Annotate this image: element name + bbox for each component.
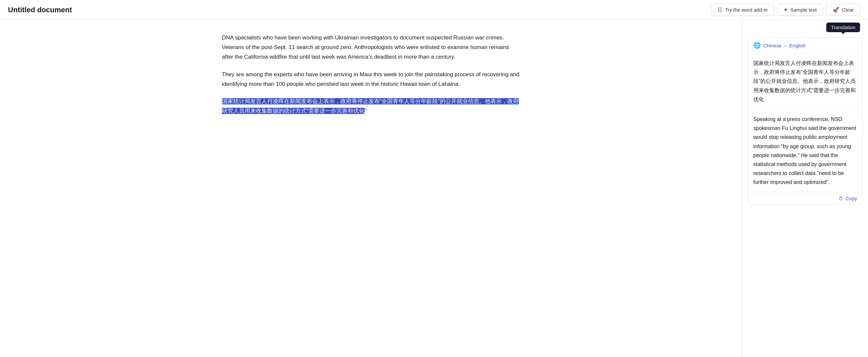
- translation-tooltip: Translation: [826, 23, 860, 32]
- editor-area[interactable]: DNA specialists who have been working wi…: [0, 20, 742, 357]
- highlighted-chinese-text: 国家统计局发言人付凌晖在新闻发布会上表示，政府将停止发布“全国青年人等分年龄段”…: [222, 98, 519, 114]
- header-actions: ☷ Try the word add-in ✦ Sample text 🚀 Cl…: [711, 4, 860, 16]
- word-icon: ☷: [717, 7, 722, 13]
- tooltip-row: Translation: [742, 20, 868, 32]
- clear-button[interactable]: 🚀 Clear: [826, 4, 860, 16]
- translation-source-text: 国家统计局发言人付凌晖在新闻发布会上表示，政府将停止发布“全国青年人等分年龄段”…: [748, 53, 862, 109]
- paragraph-2: They are among the experts who have been…: [222, 70, 520, 89]
- paragraph-1: DNA specialists who have been working wi…: [222, 33, 520, 62]
- paragraph-3: 国家统计局发言人付凌晖在新闻发布会上表示，政府将停止发布“全国青年人等分年龄段”…: [222, 97, 520, 116]
- app-header: Untitled document ☷ Try the word add-in …: [0, 0, 868, 20]
- rocket-icon: 🚀: [833, 7, 839, 13]
- sample-text-button[interactable]: ✦ Sample text: [777, 4, 823, 16]
- copy-button[interactable]: 🗒 Copy: [838, 196, 857, 201]
- document-title: Untitled document: [8, 6, 72, 14]
- translation-footer: 🗒 Copy: [748, 192, 862, 205]
- translation-panel-header: 🌐 Chinese → English: [748, 38, 862, 53]
- star-icon: ✦: [783, 7, 788, 13]
- translation-result-text: Speaking at a press conference, NSO spok…: [748, 109, 862, 192]
- main-layout: DNA specialists who have been working wi…: [0, 20, 868, 357]
- translation-sidebar: Translation 🌐 Chinese → English 国家统计局发言人…: [742, 20, 868, 357]
- language-direction-label: Chinese → English: [763, 43, 806, 49]
- globe-icon: 🌐: [753, 42, 761, 49]
- translation-panel: 🌐 Chinese → English 国家统计局发言人付凌晖在新闻发布会上表示…: [748, 37, 863, 205]
- word-addin-button[interactable]: ☷ Try the word add-in: [711, 4, 774, 16]
- copy-icon: 🗒: [838, 196, 843, 201]
- editor-content: DNA specialists who have been working wi…: [222, 33, 520, 116]
